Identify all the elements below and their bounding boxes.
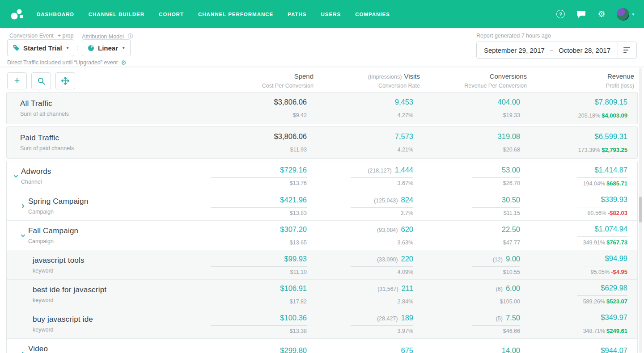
search-button[interactable]	[31, 72, 51, 89]
nav-item-companies[interactable]: COMPANIES	[355, 12, 390, 17]
metric-value[interactable]: (12)9.00	[472, 255, 520, 267]
metric-cell: $100.36$13.38	[199, 314, 307, 334]
metric-value[interactable]: $944.07	[577, 346, 627, 353]
metric-value[interactable]: $1,414.87	[577, 166, 627, 178]
table-actions: +	[7, 72, 206, 89]
help-icon[interactable]: ?	[556, 10, 565, 18]
nav-item-dashboard[interactable]: DASHBOARD	[37, 12, 74, 17]
table-row[interactable]: VideoCampaign$299.8067514.00$944.07	[7, 338, 637, 353]
date-end[interactable]: October 28, 2017	[559, 46, 610, 54]
report-controls: Report generated 7 hours ago September 2…	[476, 33, 637, 59]
metric-value[interactable]: (33,090)220	[351, 255, 413, 267]
metric-prefix: (28,427)	[377, 315, 398, 322]
nav-item-cohort[interactable]: COHORT	[159, 12, 184, 17]
metric-secondary: 3.97%	[307, 328, 413, 334]
scrollbar-thumb[interactable]	[639, 197, 642, 223]
metric-secondary: $13.65	[199, 240, 307, 246]
metric-cell: (12)9.00$10.55	[413, 255, 520, 275]
metric-prefix: (218,127)	[368, 168, 392, 174]
metric-value[interactable]: $100.36	[211, 314, 307, 326]
metric-value[interactable]: $421.96	[211, 196, 307, 208]
row-name-cell: VideoCampaign	[7, 345, 199, 353]
date-range-text[interactable]: September 29, 2017 – October 28, 2017	[477, 46, 618, 54]
chat-icon[interactable]	[576, 10, 586, 18]
metric-value[interactable]: $629.98	[577, 284, 627, 296]
move-reorder-button[interactable]	[55, 72, 75, 89]
metric-value[interactable]: (218,127)1,444	[351, 166, 413, 178]
metric-secondary: $11.93	[199, 147, 307, 153]
table-row[interactable]: Fall CampaignCampaign$307.20$13.65(93,08…	[7, 220, 637, 250]
metric-value[interactable]: $1,074.94	[577, 225, 627, 237]
metric-cell: (28,427)1893.97%	[307, 314, 413, 334]
table-row[interactable]: javascript toolskeyword$99.93$11.10(33,0…	[7, 250, 637, 279]
table-row[interactable]: buy javascript idekeyword$100.36$13.38(2…	[7, 309, 637, 338]
attribution-model-dropdown[interactable]: Linear ▾	[82, 39, 131, 56]
table-row[interactable]: All TrafficSum of all channels$3,806.06$…	[6, 92, 638, 124]
attribution-model-label-text: Attribution Model	[82, 34, 124, 40]
metric-cell: 53.00$26.70	[413, 166, 520, 186]
metric-value[interactable]: $729.16	[211, 166, 307, 178]
metric-cell: 14.00	[413, 346, 520, 353]
note-settings-icon[interactable]: ⚙	[121, 59, 127, 66]
table-row[interactable]: Spring CampaignCampaign$421.96$13.83(125…	[7, 191, 637, 220]
metric-cell: $421.96$13.83	[199, 196, 307, 216]
metric-secondary: $9.42	[199, 112, 307, 118]
nav-item-users[interactable]: USERS	[321, 12, 341, 17]
metric-value[interactable]: (31,567)211	[351, 284, 413, 296]
chevron-right-icon[interactable]	[20, 351, 26, 353]
metric-value[interactable]: (5)7.50	[472, 314, 520, 326]
metric-value[interactable]: 53.00	[472, 166, 520, 178]
date-range-control[interactable]: September 29, 2017 – October 28, 2017	[476, 42, 637, 59]
attribution-model-value: Linear	[98, 44, 118, 52]
channel-group: AdwordsChannel$729.16$13.76(218,127)1,44…	[6, 161, 638, 353]
chevron-right-icon[interactable]	[20, 203, 26, 209]
settings-icon[interactable]: ⚙	[597, 10, 605, 18]
sort-filter-button[interactable]	[618, 42, 636, 58]
user-menu[interactable]: ▾	[617, 8, 634, 21]
metric-value[interactable]: (6)6.00	[472, 284, 520, 296]
date-start[interactable]: September 29, 2017	[484, 46, 545, 54]
metric-value[interactable]: $94.99	[577, 254, 627, 266]
chevron-down-icon[interactable]	[13, 173, 19, 179]
metric-secondary: $10.55	[413, 269, 520, 275]
metric-value[interactable]: 30.50	[472, 196, 520, 208]
add-prop-button[interactable]: + prop	[58, 33, 74, 39]
metric-value[interactable]: 14.00	[472, 346, 520, 353]
metric-cell: 675	[307, 346, 413, 353]
chevron-down-icon[interactable]	[20, 233, 26, 239]
table-row[interactable]: Paid TrafficSum of paid channels$3,806.0…	[6, 126, 638, 159]
metric-cell: $94.9995.05%-$4.95	[520, 254, 627, 275]
nav-item-channel-performance[interactable]: CHANNEL PERFORMANCE	[198, 12, 273, 17]
scrollbar[interactable]	[639, 68, 642, 353]
row-subtitle: keyword	[33, 327, 199, 333]
app-logo-icon[interactable]	[10, 8, 25, 21]
metric-secondary: $46.66	[413, 328, 520, 334]
avatar[interactable]	[617, 8, 629, 21]
metric-value[interactable]: (28,427)189	[351, 314, 413, 326]
metric-value[interactable]: (93,084)620	[351, 225, 413, 237]
conversion-event-label: Conversion Event + prop	[9, 33, 73, 39]
row-title: Spring Campaign	[28, 197, 199, 206]
metric-value[interactable]: $99.93	[211, 255, 307, 267]
add-channel-button[interactable]: +	[7, 72, 27, 89]
table-row[interactable]: AdwordsChannel$729.16$13.76(218,127)1,44…	[7, 161, 637, 191]
nav-item-channel-builder[interactable]: CHANNEL BUILDER	[89, 12, 144, 17]
metric-value[interactable]: $349.97	[577, 313, 627, 325]
metric-value[interactable]: $299.80	[211, 346, 307, 353]
metric-cell: (218,127)1,4443.67%	[307, 166, 413, 186]
metric-value[interactable]: 675	[351, 346, 413, 353]
direct-traffic-note: Direct Traffic included until “Upgraded”…	[7, 59, 127, 66]
metric-value[interactable]: 22.50	[472, 225, 520, 237]
conversion-event-dropdown[interactable]: Started Trial ▾	[7, 39, 74, 56]
nav-item-paths[interactable]: PATHS	[288, 12, 306, 17]
metric-value[interactable]: (125,043)824	[351, 196, 413, 208]
metric-value[interactable]: $307.20	[211, 225, 307, 237]
filter-toolbar: Conversion Event + prop Attribution Mode…	[0, 28, 644, 67]
metric-value[interactable]: $106.91	[211, 284, 307, 296]
metric-value: 319.08	[472, 132, 520, 144]
metric-cell: $349.97348.71%$249.61	[520, 313, 627, 334]
metric-secondary: 4.09%	[307, 269, 413, 275]
metric-secondary: $47.77	[413, 240, 520, 246]
table-row[interactable]: best ide for javascriptkeyword$106.91$17…	[7, 279, 637, 309]
metric-value[interactable]: $339.93	[577, 195, 627, 207]
